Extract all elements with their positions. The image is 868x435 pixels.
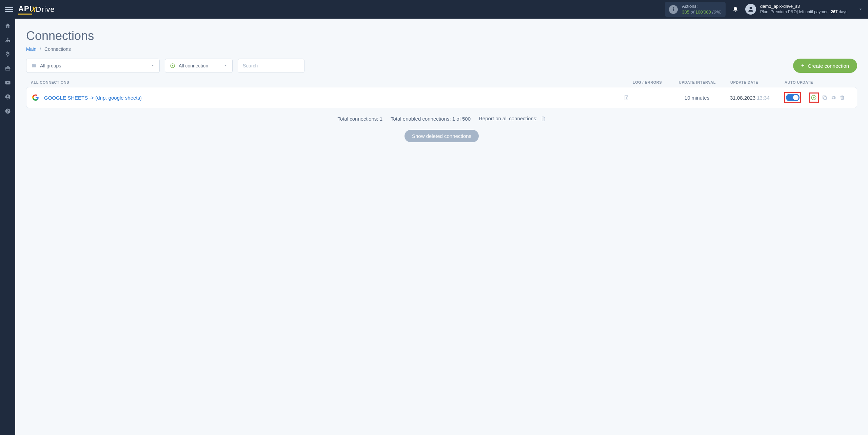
sidebar-item-connections[interactable] [0,33,15,47]
table-header: ALL CONNECTIONS LOG / ERRORS UPDATE INTE… [26,80,857,84]
gear-icon[interactable] [830,95,836,100]
copy-icon[interactable] [822,95,828,100]
notifications-bell-icon[interactable] [732,6,738,13]
breadcrumb-main-link[interactable]: Main [26,46,36,52]
create-connection-button[interactable]: + Create connection [793,59,857,73]
plus-icon: + [801,63,804,69]
search-input[interactable] [238,59,304,73]
user-plan: Plan |Premium PRO| left until payment 26… [760,9,847,15]
total-enabled-connections: Total enabled connections: 1 of 500 [391,116,471,122]
update-date-value: 31.08.2023 13:34 [723,95,784,101]
hamburger-menu-icon[interactable] [5,5,13,14]
main-content: Connections Main / Connections All group… [15,19,868,152]
actions-label: Actions: [682,4,722,9]
stats-row: Total connections: 1 Total enabled conne… [26,116,857,122]
breadcrumb: Main / Connections [26,46,857,52]
filters-row: All groups All connection + Create conne… [26,59,857,73]
svg-point-0 [750,7,752,9]
sidebar-item-billing[interactable] [0,47,15,61]
actions-values: 385 of 100'000 (0%) [682,9,722,15]
actions-used: 385 [682,9,689,15]
connection-name-link[interactable]: GOOGLE SHEETS -> (drip, google sheets) [44,95,623,101]
trash-icon[interactable] [839,95,845,100]
top-header: APIXDrive i Actions: 385 of 100'000 (0%)… [0,0,868,19]
th-update-interval: UPDATE INTERVAL [671,80,724,84]
chevron-down-icon [858,7,863,12]
sidebar-item-help[interactable] [0,104,15,118]
total-connections: Total connections: 1 [337,116,382,122]
google-icon [31,93,40,102]
sidebar-item-video[interactable] [0,76,15,90]
th-auto-update: AUTO UPDATE [785,80,852,84]
actions-usage-box[interactable]: i Actions: 385 of 100'000 (0%) [665,2,726,17]
highlight-auto-update-toggle [784,92,801,103]
connection-filter-dropdown[interactable]: All connection [165,59,233,73]
th-update-date: UPDATE DATE [724,80,785,84]
breadcrumb-current: Connections [44,46,71,52]
actions-of: of [689,9,695,15]
info-icon: i [669,5,678,14]
sidebar-item-home[interactable] [0,19,15,33]
page-title: Connections [26,29,857,43]
th-all-connections: ALL CONNECTIONS [31,80,624,84]
svg-rect-1 [7,38,8,39]
log-errors-button[interactable] [623,95,671,101]
th-log-errors: LOG / ERRORS [624,80,671,84]
update-interval-value: 10 minutes [671,95,723,101]
auto-update-toggle[interactable] [786,94,800,101]
svg-rect-2 [5,41,6,42]
document-icon [540,116,546,121]
groups-dropdown[interactable]: All groups [26,59,160,73]
chevron-down-icon [223,64,228,68]
user-name: demo_apix-drive_s3 [760,4,847,9]
svg-rect-4 [9,41,10,42]
sidebar [0,19,15,152]
play-circle-icon [170,63,175,68]
svg-point-9 [7,112,8,113]
actions-percent: (0%) [711,9,722,15]
show-deleted-button[interactable]: Show deleted connections [405,130,479,142]
chevron-down-icon [151,64,155,68]
sidebar-item-toolbox[interactable] [0,61,15,76]
svg-rect-12 [824,97,826,99]
report-all-connections[interactable]: Report on all connections: [479,116,546,122]
table-row: GOOGLE SHEETS -> (drip, google sheets) 1… [26,87,857,108]
logo[interactable]: APIXDrive [18,4,55,15]
breadcrumb-separator: / [40,46,41,52]
highlight-run-button [809,92,819,103]
groups-dropdown-label: All groups [40,63,151,68]
svg-rect-3 [7,41,8,42]
user-menu[interactable]: demo_apix-drive_s3 Plan |Premium PRO| le… [745,4,863,15]
actions-total: 100'000 [695,9,711,15]
avatar-icon [745,4,756,15]
logo-text-api: API [18,4,32,15]
run-now-button[interactable] [810,94,817,101]
folder-icon [31,63,37,68]
connection-filter-label: All connection [179,63,223,68]
svg-point-7 [7,96,8,97]
sidebar-item-account[interactable] [0,90,15,104]
create-button-label: Create connection [808,63,849,69]
logo-text-drive: Drive [36,5,55,14]
